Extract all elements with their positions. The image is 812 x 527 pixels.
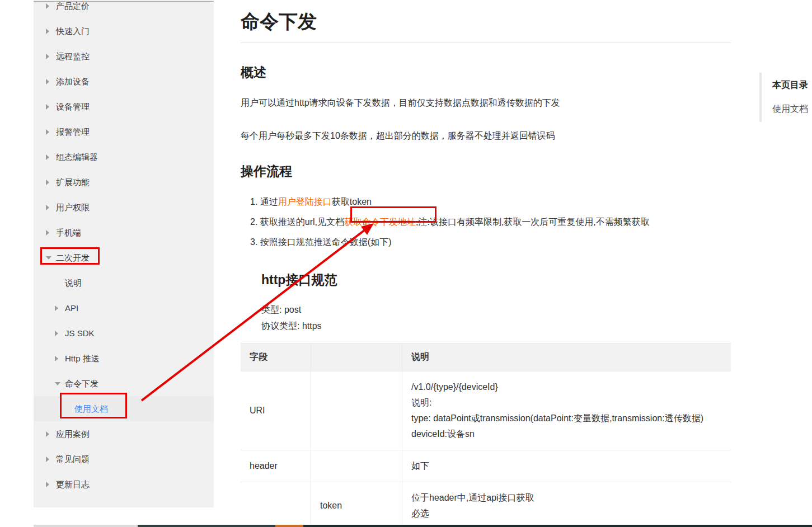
sidebar-item-api[interactable]: API <box>34 295 214 321</box>
overview-paragraph-2: 每个用户每秒最多下发10条数据，超出部分的数据，服务器不处理并返回错误码 <box>241 130 731 142</box>
chevron-right-icon <box>46 472 56 497</box>
toc-title: 本页目录 <box>772 79 808 91</box>
sidebar-item-http-push[interactable]: Http 推送 <box>34 346 214 371</box>
section-heading-overview: 概述 <box>241 64 731 81</box>
chevron-right-icon <box>55 346 65 371</box>
sidebar-item-quick-start[interactable]: 快速入门 <box>34 18 214 44</box>
sidebar-item-description[interactable]: 说明 <box>34 270 214 295</box>
page-title: 命令下发 <box>241 9 731 35</box>
chevron-right-icon <box>55 295 65 321</box>
spec-table: 字段 说明 URI /v1.0/{type}/{deviceId} 说明: ty… <box>241 343 731 527</box>
process-steps: 1. 通过用户登陆接口获取token 2. 获取推送的url,见文档获取命令下发… <box>241 192 731 252</box>
chevron-down-icon <box>46 245 56 270</box>
toc-indicator-bar <box>759 73 762 122</box>
spec-protocol: 协议类型: https <box>261 318 731 334</box>
bottom-bar-segment <box>275 525 303 527</box>
process-step-1: 1. 通过用户登陆接口获取token <box>241 192 731 212</box>
title-divider <box>241 43 731 43</box>
chevron-right-icon <box>46 170 56 195</box>
section-heading-http-spec: http接口规范 <box>261 271 731 289</box>
section-heading-process: 操作流程 <box>241 163 731 180</box>
table-row-header: header 如下 <box>241 450 731 482</box>
sidebar-item-add-device[interactable]: 添加设备 <box>34 69 214 94</box>
chevron-right-icon <box>55 321 65 346</box>
sidebar-item-faq[interactable]: 常见问题 <box>34 446 214 472</box>
table-cell <box>311 371 402 450</box>
sidebar-item-extended-features[interactable]: 扩展功能 <box>34 170 214 195</box>
spec-type: 类型: post <box>261 302 731 318</box>
table-row-token: token 位于header中,通过api接口获取 必选 <box>241 482 731 527</box>
table-cell <box>241 482 311 527</box>
table-cell <box>311 450 402 482</box>
sidebar-item-product-pricing[interactable]: 产品定价 <box>34 0 214 18</box>
sidebar: 产品定价 快速入门 远程监控 添加设备 设备管理 报警管理 组态编辑器 扩展功能… <box>34 0 214 507</box>
sidebar-item-scada-editor[interactable]: 组态编辑器 <box>34 144 214 170</box>
chevron-right-icon <box>46 94 56 119</box>
link-user-login-api[interactable]: 用户登陆接口 <box>278 197 332 206</box>
sidebar-nav: 产品定价 快速入门 远程监控 添加设备 设备管理 报警管理 组态编辑器 扩展功能… <box>34 0 214 497</box>
chevron-down-icon <box>55 371 65 396</box>
table-cell: header <box>241 450 311 482</box>
sidebar-item-device-management[interactable]: 设备管理 <box>34 94 214 119</box>
chevron-right-icon <box>46 69 56 94</box>
chevron-right-icon <box>46 0 56 18</box>
bottom-bar <box>0 525 812 527</box>
column-header-description: 说明 <box>402 344 731 371</box>
spec-meta: 类型: post 协议类型: https <box>261 302 731 334</box>
table-cell: 如下 <box>402 450 731 482</box>
sidebar-item-mobile[interactable]: 手机端 <box>34 220 214 245</box>
link-get-command-url[interactable]: 获取命令下发地址 <box>344 217 416 227</box>
column-header-blank <box>311 344 402 371</box>
sidebar-item-js-sdk[interactable]: JS SDK <box>34 321 214 346</box>
process-step-3: 3. 按照接口规范推送命令数据(如下) <box>241 232 731 252</box>
table-row-uri: URI /v1.0/{type}/{deviceId} 说明: type: da… <box>241 371 731 450</box>
chevron-right-icon <box>46 220 56 245</box>
chevron-right-icon <box>46 446 56 472</box>
table-header-row: 字段 说明 <box>241 344 731 371</box>
main-content: 命令下发 概述 用户可以通过http请求向设备下发数据，目前仅支持数据点数据和透… <box>241 0 731 527</box>
column-header-field: 字段 <box>241 344 311 371</box>
process-step-2: 2. 获取推送的url,见文档获取命令下发地址,注:该接口有频率限制,获取一次后… <box>241 212 731 232</box>
toc-item-usage-doc[interactable]: 使用文档 <box>772 103 808 115</box>
chevron-right-icon <box>46 18 56 44</box>
table-cell: token <box>311 482 402 527</box>
table-cell: 位于header中,通过api接口获取 必选 <box>402 482 731 527</box>
table-cell: URI <box>241 371 311 450</box>
overview-paragraph-1: 用户可以通过http请求向设备下发数据，目前仅支持数据点数据和透传数据的下发 <box>241 97 731 109</box>
sidebar-item-usage-doc[interactable]: 使用文档 <box>34 396 214 421</box>
chevron-right-icon <box>46 119 56 144</box>
sidebar-item-remote-monitoring[interactable]: 远程监控 <box>34 44 214 69</box>
http-spec-section: http接口规范 类型: post 协议类型: https <box>261 271 731 334</box>
chevron-right-icon <box>46 421 56 446</box>
sidebar-item-secondary-development[interactable]: 二次开发 <box>34 245 214 270</box>
sidebar-item-command-send[interactable]: 命令下发 <box>34 371 214 396</box>
table-cell: /v1.0/{type}/{deviceId} 说明: type: dataPo… <box>402 371 731 450</box>
bottom-bar-segment <box>34 525 138 527</box>
chevron-right-icon <box>46 44 56 69</box>
sidebar-item-application-cases[interactable]: 应用案例 <box>34 421 214 446</box>
bottom-bar-segment <box>138 525 275 527</box>
sidebar-item-user-permissions[interactable]: 用户权限 <box>34 195 214 220</box>
sidebar-item-alarm-management[interactable]: 报警管理 <box>34 119 214 144</box>
bottom-bar-segment <box>303 525 812 527</box>
sidebar-item-changelog[interactable]: 更新日志 <box>34 472 214 497</box>
chevron-right-icon <box>46 144 56 170</box>
chevron-right-icon <box>46 195 56 220</box>
